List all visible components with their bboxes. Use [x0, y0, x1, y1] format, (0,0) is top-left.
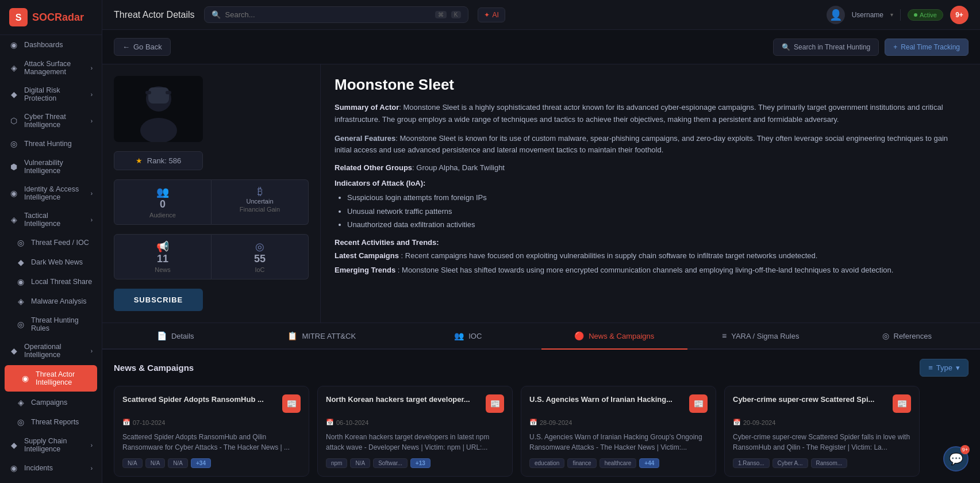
references-icon: ◎	[882, 331, 889, 340]
search-kbd: ⌘	[435, 11, 447, 18]
tag: education	[529, 458, 564, 468]
card-title: U.S. Agencies Warn of Iranian Hacking...	[529, 394, 672, 405]
status-badge: Active	[908, 9, 943, 21]
audience-stat: 👥 0 Audience	[114, 179, 212, 225]
logo-text: SOCRadar	[32, 12, 84, 24]
financial-icon: ₿	[258, 186, 263, 198]
sidebar-item-operational[interactable]: ◆ Operational Intelligence ›	[0, 338, 102, 364]
news-card: Cyber-crime super-crew Scattered Spi... …	[724, 386, 920, 477]
incidents-icon: ◉	[9, 463, 18, 473]
sidebar-item-threat-hunting[interactable]: ◎ Threat Hunting	[0, 134, 102, 154]
news-card: Scattered Spider Adopts RansomHub ... 📰 …	[114, 386, 309, 477]
card-date: 📅 07-10-2024	[122, 419, 301, 426]
dark-web-icon: ◆	[16, 258, 25, 267]
tab-news-campaigns[interactable]: 🔴 News & Campaigns	[541, 323, 688, 350]
avatar[interactable]: 👤	[827, 6, 845, 24]
chat-icon: 💬	[949, 452, 963, 466]
sidebar-item-malware[interactable]: ◈ Malware Analysis	[0, 292, 102, 311]
notification-avatar[interactable]: 9+	[950, 6, 969, 24]
dashboard-icon: ◉	[9, 40, 18, 49]
sidebar-item-attack-surface[interactable]: ◈ Attack Surface Management ›	[0, 55, 102, 81]
tag: N/A	[122, 458, 143, 468]
logo-icon: S	[9, 8, 28, 26]
calendar-icon: 📅	[122, 419, 130, 426]
card-header: Cyber-crime super-crew Scattered Spi... …	[733, 394, 911, 413]
content-area: ← Go Back 🔍 Search in Threat Hunting + R…	[102, 30, 980, 483]
sidebar-item-threat-feed[interactable]: ◎ Threat Feed / IOC	[0, 233, 102, 252]
card-title: Cyber-crime super-crew Scattered Spi...	[733, 394, 874, 405]
type-filter-button[interactable]: ≡ Type ▾	[920, 359, 969, 377]
more-tag[interactable]: +34	[191, 458, 211, 468]
tag: finance	[567, 458, 596, 468]
tag: N/A	[168, 458, 188, 468]
search-bar[interactable]: 🔍 ⌘ K	[204, 6, 468, 23]
topbar: Threat Actor Details 🔍 ⌘ K ✦ AI 👤 Userna…	[102, 0, 980, 30]
tab-yara[interactable]: ≡ YARA / Sigma Rules	[687, 323, 834, 350]
svg-rect-7	[166, 91, 171, 94]
tab-details[interactable]: 📄 Details	[102, 323, 249, 350]
ioc-stat: ◎ 55 IoC	[212, 234, 309, 279]
svg-text:S: S	[16, 13, 22, 22]
sidebar-item-vuln-intel[interactable]: ⬢ Vulnerability Intelligence	[0, 154, 102, 180]
sidebar-item-incidents[interactable]: ◉ Incidents ›	[0, 458, 102, 478]
actor-name: Moonstone Sleet	[335, 76, 966, 94]
sidebar: S SOCRadar ◉ Dashboards ◈ Attack Surface…	[0, 0, 102, 483]
sidebar-item-reports[interactable]: ◈ Reports	[0, 478, 102, 483]
card-tags: education finance healthcare +44	[529, 458, 708, 468]
chevron-right-icon: ›	[91, 65, 93, 71]
rules-icon: ◎	[16, 320, 25, 329]
ioc-tab-icon: 👥	[454, 331, 464, 340]
sidebar-item-dashboards[interactable]: ◉ Dashboards	[0, 35, 102, 55]
chevron-right-icon: ›	[91, 442, 93, 448]
search-threat-button[interactable]: 🔍 Search in Threat Hunting	[773, 39, 879, 56]
chat-button[interactable]: 💬 9+	[943, 446, 969, 471]
card-header: Scattered Spider Adopts RansomHub ... 📰	[122, 394, 301, 413]
sidebar-item-identity[interactable]: ◉ Identity & Access Intelligence ›	[0, 180, 102, 206]
subscribe-button[interactable]: SUBSCRIBE	[114, 289, 203, 311]
digital-risk-icon: ◆	[9, 90, 18, 99]
sidebar-item-cyber-threat[interactable]: ⬡ Cyber Threat Intelligence ›	[0, 108, 102, 134]
card-tags: 1.Ranso... Cyber A... Ransom...	[733, 458, 911, 468]
card-title: Scattered Spider Adopts RansomHub ...	[122, 394, 264, 405]
list-item: Suspicious login attempts from foreign I…	[347, 191, 966, 204]
back-button[interactable]: ← Go Back	[114, 38, 171, 56]
card-body: Scattered Spider Adopts RansomHub and Qi…	[122, 432, 301, 453]
search-input[interactable]	[225, 10, 431, 19]
topbar-right: 👤 Username ▾ Active 9+	[827, 6, 969, 24]
sidebar-item-supply-chain[interactable]: ◆ Supply Chain Intelligence ›	[0, 432, 102, 458]
more-tag[interactable]: +13	[410, 458, 431, 468]
more-tag[interactable]: +44	[639, 458, 659, 468]
tab-ioc[interactable]: 👥 IOC	[395, 323, 541, 350]
chevron-right-icon: ›	[91, 348, 93, 354]
card-date: 📅 28-09-2024	[529, 419, 708, 426]
card-tags: npm N/A Softwar... +13	[326, 458, 504, 468]
sidebar-item-threat-hunting-rules[interactable]: ◎ Threat Hunting Rules	[0, 311, 102, 338]
card-icon: 📰	[893, 394, 911, 413]
actor-image	[114, 76, 203, 142]
reports-icon: ◎	[16, 417, 25, 427]
sidebar-item-threat-actor[interactable]: ◉ Threat Actor Intelligence	[5, 365, 97, 392]
trend-emerging: Emerging Trends : Moonstone Sleet has sh…	[335, 264, 966, 277]
sidebar-item-local-threat[interactable]: ◉ Local Threat Share	[0, 272, 102, 292]
tab-mitre[interactable]: 📋 MITRE ATT&CK	[249, 323, 395, 350]
financial-gain-stat: ₿ Uncertain Financial Gain	[212, 179, 309, 225]
threat-feed-icon: ◎	[16, 238, 25, 247]
tag: healthcare	[599, 458, 637, 468]
local-threat-icon: ◉	[16, 277, 25, 286]
sidebar-item-dark-web[interactable]: ◆ Dark Web News	[0, 252, 102, 272]
mitre-icon: 📋	[287, 331, 297, 340]
ai-button[interactable]: ✦ AI	[478, 7, 505, 22]
realtime-tracking-button[interactable]: + Real Time Tracking	[885, 39, 969, 56]
sidebar-item-tactical[interactable]: ◈ Tactical Intelligence ›	[0, 206, 102, 233]
sidebar-item-threat-reports[interactable]: ◎ Threat Reports	[0, 412, 102, 432]
campaigns-icon: ◈	[16, 398, 25, 407]
card-header: U.S. Agencies Warn of Iranian Hacking...…	[529, 394, 708, 413]
sidebar-item-campaigns[interactable]: ◈ Campaigns	[0, 393, 102, 412]
sidebar-item-digital-risk[interactable]: ◆ Digital Risk Protection ›	[0, 81, 102, 108]
tag: npm	[326, 458, 347, 468]
list-item: Unauthorized data exfiltration activitie…	[347, 218, 966, 231]
tab-references[interactable]: ◎ References	[834, 323, 981, 350]
tag: N/A	[145, 458, 166, 468]
trends-section: Recent Activities and Trends: Latest Cam…	[335, 238, 966, 277]
actor-svg	[114, 76, 203, 142]
